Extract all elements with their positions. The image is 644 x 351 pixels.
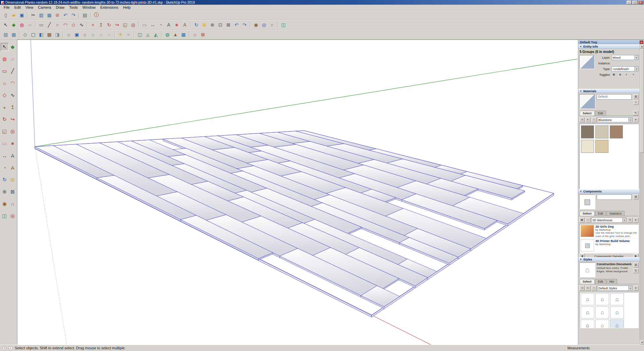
details-arrow-icon[interactable]: ▸ xyxy=(633,286,639,291)
hidden-line-icon[interactable]: ▢ xyxy=(29,31,37,39)
chevron-down-icon[interactable]: ▾ xyxy=(634,67,638,71)
scale-tool-icon[interactable]: ◱ xyxy=(1,127,9,135)
section-cuts-icon[interactable]: ◬ xyxy=(144,31,152,39)
left-view-icon[interactable]: ⌂ xyxy=(105,31,113,39)
warehouse-search-input[interactable]: 3D Warehouse ▾ xyxy=(591,218,627,223)
entity-info-header[interactable]: ▼ Entity Info xyxy=(578,44,640,49)
orbit-tool-icon[interactable]: ↻ xyxy=(1,176,9,184)
zoom-extents-icon[interactable]: ⊠ xyxy=(224,21,232,29)
materials-header[interactable]: ▼ Materials xyxy=(578,89,640,93)
dimension-tool-icon[interactable]: ↔ xyxy=(149,21,157,29)
tab-select[interactable]: Select xyxy=(580,279,595,284)
offset-tool-icon[interactable]: ◎ xyxy=(9,127,17,135)
material-swatch-1[interactable] xyxy=(581,125,594,138)
collapse-icon[interactable]: ▼ xyxy=(580,45,582,48)
freehand-tool-icon[interactable]: ∿ xyxy=(9,91,17,99)
style-thumbnail-5[interactable]: ⌂ xyxy=(595,306,609,318)
style-thumbnail-6[interactable]: ⌂ xyxy=(610,306,624,318)
paint-bucket-icon[interactable]: ◍ xyxy=(1,55,9,63)
extension-warehouse-icon[interactable]: ⊞ xyxy=(199,31,207,39)
material-name-field[interactable]: Default xyxy=(597,94,632,100)
push-pull-tool-icon[interactable]: ↥ xyxy=(97,21,105,29)
position-camera-icon[interactable]: ◉ xyxy=(1,200,9,208)
tab-statistics[interactable]: Statistics xyxy=(606,211,625,216)
search-icon[interactable]: ⊙ xyxy=(627,218,633,223)
arc-tool-icon[interactable]: ◠ xyxy=(9,79,17,87)
display-secondary-pane-icon[interactable]: ⊞ xyxy=(633,194,639,199)
text-tool-icon[interactable]: A xyxy=(165,21,173,29)
push-pull-tool-icon[interactable]: ↥ xyxy=(9,103,17,111)
3d-warehouse-icon[interactable]: ⌂ xyxy=(191,31,199,39)
tab-select[interactable]: Select xyxy=(580,211,595,216)
locked-toggle-icon[interactable]: ◈ xyxy=(618,72,623,77)
model-info-icon[interactable]: ⓘ xyxy=(92,11,100,19)
in-model-icon[interactable]: ⌂ xyxy=(591,286,597,291)
photo-textures-icon[interactable]: ▦ xyxy=(179,31,187,39)
collapse-icon[interactable]: ▼ xyxy=(580,90,582,92)
layer-dropdown[interactable]: Mixed ▾ xyxy=(611,55,639,60)
previous-view-icon[interactable]: ↶ xyxy=(232,21,240,29)
walk-tool-icon[interactable]: ∩ xyxy=(268,21,276,29)
style-thumbnail-9[interactable]: ⌂ xyxy=(610,319,624,328)
section-plane-icon[interactable]: ◫ xyxy=(279,21,287,29)
tray-scrollbar[interactable]: ▲ ▼ xyxy=(640,44,644,345)
help-icon[interactable]: ? xyxy=(2,346,6,350)
eraser-tool-icon[interactable]: ▱ xyxy=(9,55,17,63)
style-thumbnail-7[interactable]: ⌂ xyxy=(581,319,594,328)
scrollbar-thumb[interactable] xyxy=(640,49,644,153)
component-name-field[interactable] xyxy=(597,194,632,200)
view-options-icon[interactable]: ▦ xyxy=(579,218,585,223)
hidden-toggle-icon[interactable]: ◉ xyxy=(611,72,616,77)
axes-tool-icon[interactable]: ∗ xyxy=(173,21,181,29)
back-view-icon[interactable]: ⌂ xyxy=(97,31,105,39)
copy-icon[interactable]: ▥ xyxy=(37,11,45,19)
forward-arrow-icon[interactable]: ▶ xyxy=(585,286,591,291)
close-button[interactable]: ✕ xyxy=(638,1,643,4)
tray-close-icon[interactable]: ✕ xyxy=(640,41,643,44)
3d-model-view[interactable] xyxy=(17,40,578,345)
polygon-tool-icon[interactable]: ◇ xyxy=(69,21,77,29)
rotate-tool-icon[interactable]: ↻ xyxy=(105,21,113,29)
shadows-toggle-icon[interactable]: ☀ xyxy=(116,31,124,39)
material-swatch-4[interactable] xyxy=(581,140,594,153)
scroll-up-icon[interactable]: ▲ xyxy=(640,44,644,49)
collapse-icon[interactable]: ▼ xyxy=(580,258,582,260)
menu-view[interactable]: View xyxy=(23,5,36,10)
zoom-extents-icon[interactable]: ⊠ xyxy=(9,188,17,196)
monochrome-icon[interactable]: ◨ xyxy=(53,31,61,39)
make-component-icon[interactable]: ◆ xyxy=(10,21,18,29)
menu-help[interactable]: Help xyxy=(121,5,133,10)
maximize-button[interactable]: ▢ xyxy=(632,1,637,4)
3d-text-tool-icon[interactable]: A xyxy=(181,21,189,29)
material-swatch-5[interactable] xyxy=(595,140,608,153)
details-arrow-icon[interactable]: ▸ xyxy=(633,218,639,223)
position-camera-icon[interactable]: ◉ xyxy=(252,21,260,29)
type-dropdown[interactable]: <undefined> ▾ xyxy=(611,66,639,71)
offset-tool-icon[interactable]: ◎ xyxy=(129,21,137,29)
protractor-tool-icon[interactable]: ◔ xyxy=(157,21,165,29)
make-component-icon[interactable]: ◆ xyxy=(9,43,17,51)
menu-draw[interactable]: Draw xyxy=(53,5,67,10)
rectangle-tool-icon[interactable]: ▭ xyxy=(37,21,45,29)
print-icon[interactable]: ▤ xyxy=(81,11,89,19)
new-file-icon[interactable]: ▯ xyxy=(2,11,10,19)
rotate-tool-icon[interactable]: ↻ xyxy=(1,115,9,123)
in-model-icon[interactable]: ⌂ xyxy=(585,218,591,223)
pan-tool-icon[interactable]: ⊞ xyxy=(9,176,17,184)
menu-window[interactable]: Window xyxy=(80,5,98,10)
axes-tool-icon[interactable]: ∗ xyxy=(9,139,17,148)
shaded-icon[interactable]: ◧ xyxy=(37,31,45,39)
redo-icon[interactable]: ↷ xyxy=(69,11,77,19)
eraser-tool-icon[interactable]: ▱ xyxy=(26,21,34,29)
display-secondary-pane-icon[interactable]: ⊞ xyxy=(633,262,639,268)
move-tool-icon[interactable]: + xyxy=(1,103,9,111)
tab-mix[interactable]: Mix xyxy=(606,279,617,284)
section-display-icon[interactable]: ◫ xyxy=(136,31,144,39)
zoom-tool-icon[interactable]: ⊕ xyxy=(1,188,9,196)
material-swatch-2[interactable] xyxy=(595,125,608,138)
select-tool-icon[interactable]: ↖ xyxy=(2,21,10,29)
style-thumbnail-3[interactable]: ⌂ xyxy=(610,293,624,305)
section-plane-icon[interactable]: ◫ xyxy=(1,212,9,220)
style-thumbnail-8[interactable]: ⌂ xyxy=(595,319,609,328)
update-style-icon[interactable]: ↻ xyxy=(633,268,639,273)
